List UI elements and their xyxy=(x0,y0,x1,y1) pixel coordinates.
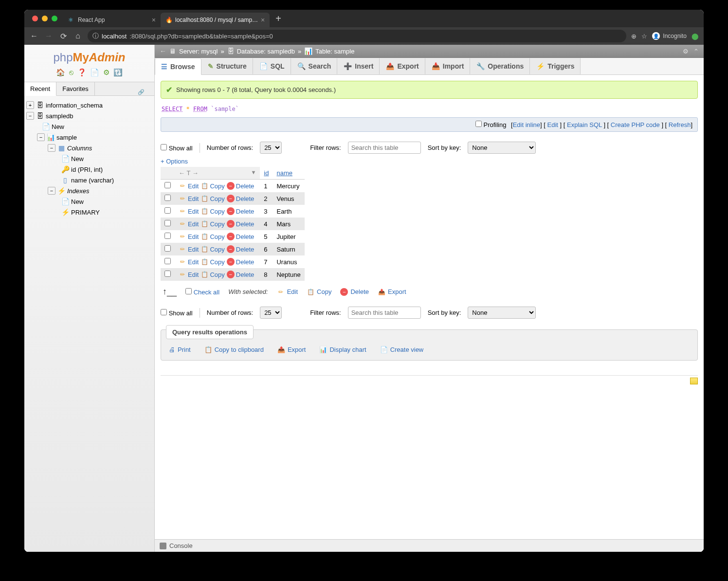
row-edit[interactable]: ✏Edit xyxy=(179,271,199,278)
qro-display-chart[interactable]: 📊Display chart xyxy=(319,346,366,353)
edit-link[interactable]: Edit xyxy=(547,121,558,128)
row-checkbox[interactable] xyxy=(164,233,171,239)
chevron-down-icon[interactable]: ▼ xyxy=(251,169,256,175)
explain-link[interactable]: Explain SQL xyxy=(567,121,602,128)
qro-print[interactable]: 🖨Print xyxy=(169,346,191,353)
filter-input[interactable] xyxy=(348,307,421,319)
url-input[interactable]: ⓘ localhost:8080/sql.php?db=sampledb&tab… xyxy=(88,30,626,42)
tab-import[interactable]: 📥Import xyxy=(425,58,471,74)
zoom-icon[interactable]: ⊕ xyxy=(631,33,637,40)
row-edit[interactable]: ✏Edit xyxy=(179,233,199,240)
row-edit[interactable]: ✏Edit xyxy=(179,258,199,266)
minimize-window-button[interactable] xyxy=(42,16,48,21)
qro-copy-clipboard[interactable]: 📋Copy to clipboard xyxy=(204,346,264,353)
tab-recent[interactable]: Recent xyxy=(24,82,56,96)
maximize-window-button[interactable] xyxy=(52,16,57,21)
col-name[interactable]: name xyxy=(273,167,304,180)
close-tab-icon[interactable]: × xyxy=(152,16,156,24)
tree-node-name-column[interactable]: ▯ name (varchar) xyxy=(24,175,154,185)
tree-node-indexes[interactable]: − ⚡ Indexes xyxy=(24,185,154,196)
tree-node-new-table[interactable]: 📄 New xyxy=(24,121,154,132)
row-copy[interactable]: 📋Copy xyxy=(200,245,224,253)
sort-select[interactable]: None xyxy=(468,307,536,319)
tree-node-sample-table[interactable]: − 📊 sample xyxy=(24,132,154,143)
tab-search[interactable]: 🔍Search xyxy=(291,58,338,74)
row-edit[interactable]: ✏Edit xyxy=(179,195,199,202)
tree-node-new-column[interactable]: 📄 New xyxy=(24,153,154,164)
link-icon[interactable]: 🔗 xyxy=(138,89,145,95)
breadcrumb-server[interactable]: Server: mysql xyxy=(179,48,218,55)
row-delete[interactable]: −Delete xyxy=(227,258,255,266)
tree-node-primary-index[interactable]: ⚡ PRIMARY xyxy=(24,207,154,218)
tab-insert[interactable]: ➕Insert xyxy=(337,58,380,74)
reload-nav-icon[interactable]: ⚙ xyxy=(103,68,109,76)
tree-node-columns[interactable]: − ▦ Columns xyxy=(24,143,154,153)
row-delete[interactable]: −Delete xyxy=(227,271,255,278)
qro-create-view[interactable]: 📄Create view xyxy=(380,346,424,353)
row-edit[interactable]: ✏Edit xyxy=(179,220,199,228)
tree-node-new-index[interactable]: 📄 New xyxy=(24,196,154,207)
row-delete[interactable]: −Delete xyxy=(227,245,255,253)
phpmyadmin-logo[interactable]: phpMyAdmin xyxy=(24,45,154,66)
reload-button[interactable]: ⟳ xyxy=(58,32,68,41)
row-checkbox[interactable] xyxy=(164,271,171,277)
col-id[interactable]: id xyxy=(260,167,273,180)
collapse-icon[interactable]: ⌃ xyxy=(693,48,699,55)
docs-icon[interactable]: ❓ xyxy=(77,68,87,76)
row-delete[interactable]: −Delete xyxy=(227,233,255,240)
row-copy[interactable]: 📋Copy xyxy=(200,182,224,190)
browser-tab-react[interactable]: ⚛ React App × xyxy=(63,13,161,27)
filter-input[interactable] xyxy=(348,142,421,154)
close-tab-icon[interactable]: × xyxy=(261,16,265,24)
expand-icon[interactable]: + xyxy=(26,101,34,109)
tab-operations[interactable]: 🔧Operations xyxy=(470,58,530,74)
refresh-link[interactable]: Refresh xyxy=(669,121,691,128)
tab-triggers[interactable]: ⚡Triggers xyxy=(530,58,581,74)
row-delete[interactable]: −Delete xyxy=(227,182,255,190)
sticky-note-icon[interactable] xyxy=(690,378,698,384)
tree-node-id-column[interactable]: 🔑 id (PRI, int) xyxy=(24,164,154,175)
qro-export[interactable]: 📤Export xyxy=(277,346,306,353)
row-copy[interactable]: 📋Copy xyxy=(200,233,224,240)
profiling-checkbox[interactable] xyxy=(475,121,482,127)
num-rows-select[interactable]: 25 xyxy=(260,142,282,154)
star-icon[interactable]: ☆ xyxy=(641,33,647,40)
num-rows-select[interactable]: 25 xyxy=(260,307,282,319)
tab-browse[interactable]: ☰Browse xyxy=(155,58,201,75)
tab-sql[interactable]: 📄SQL xyxy=(253,58,291,74)
logout-icon[interactable]: ⎋ xyxy=(69,68,73,76)
row-checkbox[interactable] xyxy=(164,195,171,201)
breadcrumb-database[interactable]: Database: sampledb xyxy=(237,48,295,55)
row-edit[interactable]: ✏Edit xyxy=(179,207,199,215)
new-tab-button[interactable]: + xyxy=(270,13,287,24)
row-edit[interactable]: ✏Edit xyxy=(179,245,199,253)
batch-export[interactable]: 📤Export xyxy=(378,288,406,296)
create-php-link[interactable]: Create PHP code xyxy=(611,121,660,128)
forward-button[interactable]: → xyxy=(44,32,54,40)
row-copy[interactable]: 📋Copy xyxy=(200,258,224,266)
close-window-button[interactable] xyxy=(32,16,38,21)
row-edit[interactable]: ✏Edit xyxy=(179,182,199,190)
check-all-link[interactable]: Check all xyxy=(194,289,219,296)
row-checkbox[interactable] xyxy=(164,182,171,188)
row-delete[interactable]: −Delete xyxy=(227,220,255,228)
row-delete[interactable]: −Delete xyxy=(227,195,255,202)
settings-icon[interactable]: 📄 xyxy=(90,68,99,76)
collapse-icon[interactable]: − xyxy=(37,133,45,141)
batch-delete[interactable]: −Delete xyxy=(340,288,369,296)
console-bar[interactable]: Console xyxy=(155,539,704,552)
sort-arrows-icon[interactable]: ← T → xyxy=(179,169,199,177)
row-checkbox[interactable] xyxy=(164,258,171,264)
show-all-checkbox[interactable] xyxy=(161,144,167,150)
options-toggle[interactable]: + Options xyxy=(161,158,188,165)
home-icon[interactable]: 🏠 xyxy=(56,68,65,76)
check-all-checkbox[interactable] xyxy=(185,288,192,294)
row-copy[interactable]: 📋Copy xyxy=(200,195,224,202)
back-button[interactable]: ← xyxy=(29,32,39,40)
edit-inline-link[interactable]: Edit inline xyxy=(513,121,540,128)
browser-tab-phpmyadmin[interactable]: 🔥 localhost:8080 / mysql / samp… × xyxy=(161,13,270,27)
tab-favorites[interactable]: Favorites xyxy=(56,82,94,95)
row-copy[interactable]: 📋Copy xyxy=(200,220,224,228)
gear-icon[interactable]: ⚙ xyxy=(683,48,689,55)
row-copy[interactable]: 📋Copy xyxy=(200,207,224,215)
